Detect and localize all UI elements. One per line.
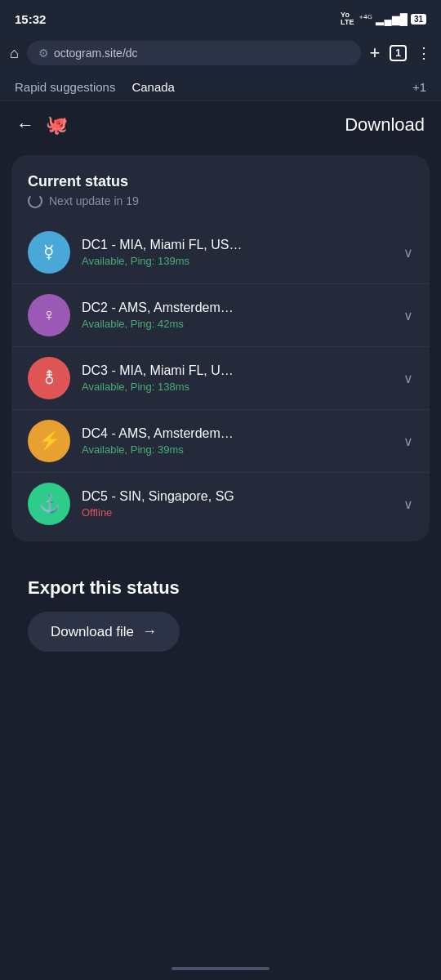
dc2-chevron: ∨ — [403, 308, 413, 323]
status-icons: YoLTE ⁺⁴ᴳ ▂▄▆█ 31 — [341, 11, 426, 26]
browser-bar: ⌂ ⚙ octogram.site/dc + 1 ⋮ — [0, 36, 441, 74]
dc2-name: DC2 - AMS, Amsterdem… — [82, 301, 392, 315]
status-time: 15:32 — [15, 12, 46, 26]
dc2-avatar: ♀ — [28, 294, 70, 336]
home-button[interactable]: ⌂ — [10, 45, 19, 62]
signal-bars: ▂▄▆█ — [376, 13, 407, 25]
breadcrumb-extra: +1 — [412, 80, 426, 94]
bottom-bar — [0, 957, 441, 980]
dc2-info: DC2 - AMS, Amsterdem… Available, Ping: 4… — [82, 301, 392, 330]
security-icon: ⚙ — [38, 47, 49, 60]
page-header: ← 🐙 Download — [0, 101, 441, 144]
dc1-info: DC1 - MIA, Miami FL, US… Available, Ping… — [82, 238, 392, 267]
dc4-avatar: ⚡ — [28, 420, 70, 462]
main-card: Current status Next update in 19 ☿ DC1 -… — [11, 155, 430, 541]
card-update-line: Next update in 19 — [11, 194, 430, 221]
dc5-status: Offline — [82, 506, 392, 519]
update-label: Next update in 19 — [49, 194, 139, 207]
dc3-info: DC3 - MIA, Miami FL, U… Available, Ping:… — [82, 363, 392, 393]
browser-actions: + 1 ⋮ — [369, 42, 431, 64]
battery-level: 31 — [414, 15, 423, 24]
export-title: Export this status — [28, 577, 413, 599]
dc1-status: Available, Ping: 139ms — [82, 255, 392, 267]
export-section: Export this status Download file → — [11, 558, 430, 676]
dc-item-1[interactable]: ☿ DC1 - MIA, Miami FL, US… Available, Pi… — [11, 221, 430, 284]
dc5-name: DC5 - SIN, Singapore, SG — [82, 489, 392, 504]
dc2-status: Available, Ping: 42ms — [82, 318, 392, 330]
dc4-info: DC4 - AMS, Amsterdem… Available, Ping: 3… — [82, 426, 392, 456]
dc1-chevron: ∨ — [403, 245, 413, 261]
download-label: Download file — [51, 624, 134, 640]
dc5-chevron: ∨ — [403, 497, 413, 512]
download-arrow-icon: → — [142, 623, 157, 640]
back-button[interactable]: ← — [16, 114, 34, 136]
dc3-avatar: ⚨ — [28, 357, 70, 399]
breadcrumb-suggestions: Rapid suggestions — [15, 80, 115, 94]
url-bar[interactable]: ⚙ octogram.site/dc — [27, 41, 362, 65]
new-tab-button[interactable]: + — [369, 42, 380, 64]
url-text: octogram.site/dc — [54, 47, 138, 60]
dc-list: ☿ DC1 - MIA, Miami FL, US… Available, Pi… — [11, 221, 430, 535]
home-icon: ⌂ — [10, 45, 19, 62]
dc-item-5[interactable]: ⚓ DC5 - SIN, Singapore, SG Offline ∨ — [11, 473, 430, 535]
dc-item-3[interactable]: ⚨ DC3 - MIA, Miami FL, U… Available, Pin… — [11, 347, 430, 410]
octogram-logo: 🐙 — [46, 114, 68, 136]
home-indicator — [172, 967, 270, 970]
dc3-name: DC3 - MIA, Miami FL, U… — [82, 363, 392, 378]
download-file-button[interactable]: Download file → — [28, 612, 180, 652]
signal-4g: ⁺⁴ᴳ — [359, 13, 372, 24]
battery-icon: 31 — [411, 14, 426, 24]
dots-icon: ⋮ — [416, 44, 431, 62]
dc4-chevron: ∨ — [403, 434, 413, 449]
dc1-avatar: ☿ — [28, 231, 70, 274]
breadcrumb-canada: Canada — [131, 80, 175, 94]
tab-switcher-button[interactable]: 1 — [390, 45, 407, 61]
dc1-name: DC1 - MIA, Miami FL, US… — [82, 238, 392, 252]
dc3-chevron: ∨ — [403, 371, 413, 386]
dc-item-2[interactable]: ♀ DC2 - AMS, Amsterdem… Available, Ping:… — [11, 284, 430, 347]
card-section-title: Current status — [11, 173, 430, 194]
plus-icon: + — [369, 42, 380, 64]
dc5-avatar: ⚓ — [28, 483, 70, 525]
network-label: YoLTE — [341, 11, 354, 26]
dc4-status: Available, Ping: 39ms — [82, 443, 392, 456]
page-title: Download — [345, 114, 425, 136]
spinner-icon — [28, 194, 42, 208]
breadcrumb-strip: Rapid suggestions Canada +1 — [0, 74, 441, 101]
dc4-name: DC4 - AMS, Amsterdem… — [82, 426, 392, 441]
tab-count: 1 — [390, 45, 407, 61]
dc3-status: Available, Ping: 138ms — [82, 381, 392, 393]
dc5-info: DC5 - SIN, Singapore, SG Offline — [82, 489, 392, 519]
status-bar: 15:32 YoLTE ⁺⁴ᴳ ▂▄▆█ 31 — [0, 0, 441, 36]
dc-item-4[interactable]: ⚡ DC4 - AMS, Amsterdem… Available, Ping:… — [11, 410, 430, 473]
menu-button[interactable]: ⋮ — [416, 44, 431, 62]
